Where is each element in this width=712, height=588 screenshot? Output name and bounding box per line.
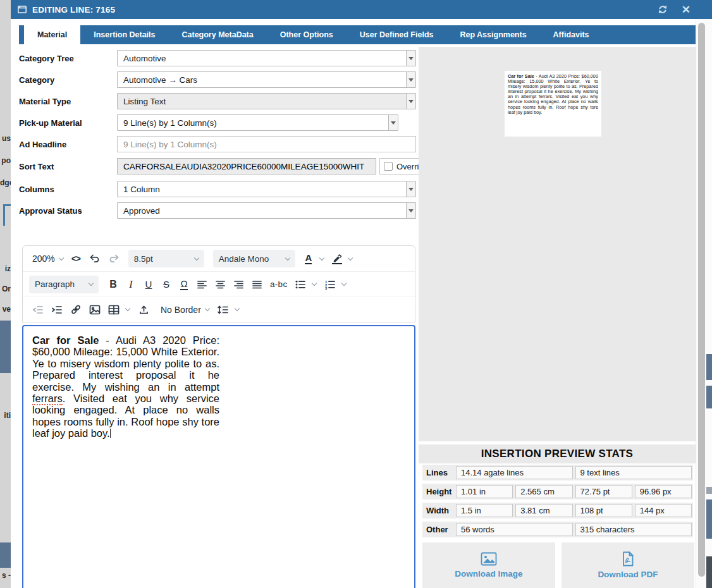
stat-value: 56 words (456, 523, 573, 536)
stat-value: 315 characters (575, 523, 692, 536)
category-tree-select[interactable]: Automotive (117, 50, 416, 66)
outdent-icon[interactable] (29, 301, 47, 319)
table-icon[interactable] (105, 301, 123, 319)
stat-value: 9 text lines (575, 466, 692, 479)
bg-text-fragment: Or (0, 285, 11, 293)
align-justify-icon[interactable] (249, 276, 266, 293)
align-right-icon[interactable] (230, 276, 247, 293)
tab-material[interactable]: Material (24, 25, 80, 44)
bg-block (706, 499, 712, 539)
dropdown-arrow-icon[interactable] (406, 72, 415, 87)
bg-text-fragment: iti (0, 411, 11, 420)
code-view-icon[interactable]: <> (68, 250, 84, 267)
highlighter-icon (332, 254, 342, 264)
insertion-preview-stats-title: INSERTION PREVIEW STATS (419, 444, 696, 463)
numbered-list-chevron-icon[interactable] (341, 281, 347, 286)
image-icon[interactable] (86, 301, 104, 319)
hyphenation-button[interactable]: a-bc (267, 276, 290, 293)
sort-text-input[interactable]: CARFORSALEAUDIA32020PRICE60000MILEAGE150… (117, 158, 376, 175)
undo-icon[interactable] (85, 250, 104, 267)
paragraph-style-select[interactable]: Paragraph (29, 276, 99, 293)
font-size-select[interactable]: 8.5pt (128, 250, 204, 267)
editor-toolbar: 200% <> 8.5pt Andale Mono A (22, 245, 415, 322)
svg-text:3: 3 (325, 286, 328, 290)
line-height-chevron-icon[interactable] (235, 306, 240, 311)
tab-rep-assignments[interactable]: Rep Assignments (446, 25, 539, 44)
tab-insertion-details[interactable]: Insertion Details (80, 25, 168, 44)
text-color-button[interactable]: A (300, 250, 317, 267)
stat-value: 72.75 pt (575, 485, 632, 498)
border-style-select[interactable]: No Border (157, 301, 212, 319)
approval-status-select[interactable]: Approved (117, 202, 416, 219)
refresh-icon[interactable] (658, 4, 668, 15)
tab-user-defined-fields[interactable]: User Defined Fields (347, 25, 447, 44)
align-left-icon[interactable] (193, 276, 211, 293)
redo-icon[interactable] (105, 250, 123, 267)
align-center-icon[interactable] (212, 276, 229, 293)
override-checkbox[interactable] (384, 162, 393, 171)
insertion-preview-pane: Car for Sale - Audi A3 2020 Price: $60,0… (419, 47, 696, 441)
font-family-select[interactable]: Andale Mono (213, 250, 295, 267)
bg-block (706, 487, 712, 494)
modal-body: Material Insertion Details Category Meta… (11, 19, 696, 588)
approval-status-label: Approval Status (19, 206, 117, 216)
strikethrough-button[interactable]: S (158, 276, 175, 293)
stamp-icon[interactable]: Ω (176, 276, 192, 293)
dropdown-arrow-icon[interactable] (406, 203, 415, 218)
stat-value: 1.5 in (456, 504, 513, 517)
table-chevron-icon[interactable] (125, 306, 130, 311)
modal-titlebar: EDITING LINE: 7165 ✕ (11, 0, 712, 19)
misspelled-word: ferrars (32, 393, 63, 405)
scrollbar-track[interactable] (696, 19, 706, 588)
bg-block (0, 542, 11, 568)
link-icon[interactable] (67, 301, 85, 319)
pickup-material-select[interactable]: 9 Line(s) by 1 Column(s) (117, 114, 398, 131)
bullet-list-chevron-icon[interactable] (312, 281, 317, 286)
line-height-icon[interactable] (214, 301, 232, 319)
upload-icon[interactable] (135, 301, 152, 319)
dropdown-arrow-icon[interactable] (406, 94, 415, 109)
dropdown-arrow-icon[interactable] (406, 181, 415, 197)
italic-button[interactable]: I (123, 276, 139, 293)
tab-bar: Material Insertion Details Category Meta… (19, 25, 696, 44)
download-image-button[interactable]: Download Image (422, 542, 555, 588)
highlight-color-button[interactable] (329, 250, 345, 267)
underline-button[interactable]: U (140, 276, 157, 293)
highlight-color-chevron-icon[interactable] (348, 255, 353, 260)
text-color-chevron-icon[interactable] (319, 255, 324, 260)
ad-headline-input[interactable]: 9 Line(s) by 1 Column(s) (117, 136, 416, 152)
bg-text-fragment: s - (0, 571, 11, 580)
bg-text-fragment: po (0, 156, 11, 165)
indent-icon[interactable] (48, 301, 66, 319)
bg-block (706, 386, 712, 408)
stat-value: 3.81 cm (515, 504, 572, 517)
ad-preview-text: Car for Sale - Audi A3 2020 Price: $60,0… (508, 74, 598, 115)
screen: us po dge iz Or ve iti s - EDITING LINE:… (0, 0, 712, 588)
columns-select[interactable]: 1 Column (117, 181, 416, 197)
toolbar-row-1: 200% <> 8.5pt Andale Mono A (23, 246, 415, 271)
bullet-list-icon[interactable] (292, 276, 309, 293)
dropdown-arrow-icon[interactable] (388, 115, 398, 130)
numbered-list-icon[interactable]: 123 (321, 276, 339, 293)
tab-other-options[interactable]: Other Options (267, 25, 347, 44)
text-cursor (110, 429, 111, 438)
zoom-level-select[interactable]: 200% (29, 250, 66, 267)
material-type-select[interactable]: Listing Text (117, 93, 416, 109)
scrollbar-thumb[interactable] (698, 23, 705, 577)
tab-affidavits[interactable]: Affidavits (540, 25, 603, 44)
ad-text: Car for Sale - Audi A3 2020 Price: $60,0… (32, 334, 219, 439)
close-icon[interactable]: ✕ (682, 4, 691, 15)
stat-value: 2.565 cm (515, 485, 572, 498)
rich-text-editor[interactable]: Car for Sale - Audi A3 2020 Price: $60,0… (22, 325, 415, 588)
bg-block (0, 321, 11, 373)
toolbar-row-2: Paragraph B I U S Ω a-bc (23, 271, 415, 297)
bold-button[interactable]: B (105, 276, 121, 293)
stat-row-height: Height 1.01 in 2.565 cm 72.75 pt 96.96 p… (422, 484, 693, 499)
ad-headline-label: Ad Headline (19, 140, 117, 149)
tab-category-metadata[interactable]: Category MetaData (169, 25, 267, 44)
category-select[interactable]: Automotive → Cars (117, 71, 416, 88)
window-icon (18, 6, 27, 13)
dropdown-arrow-icon[interactable] (406, 51, 415, 66)
download-pdf-button[interactable]: Download PDF (562, 542, 694, 588)
columns-label: Columns (19, 185, 117, 194)
